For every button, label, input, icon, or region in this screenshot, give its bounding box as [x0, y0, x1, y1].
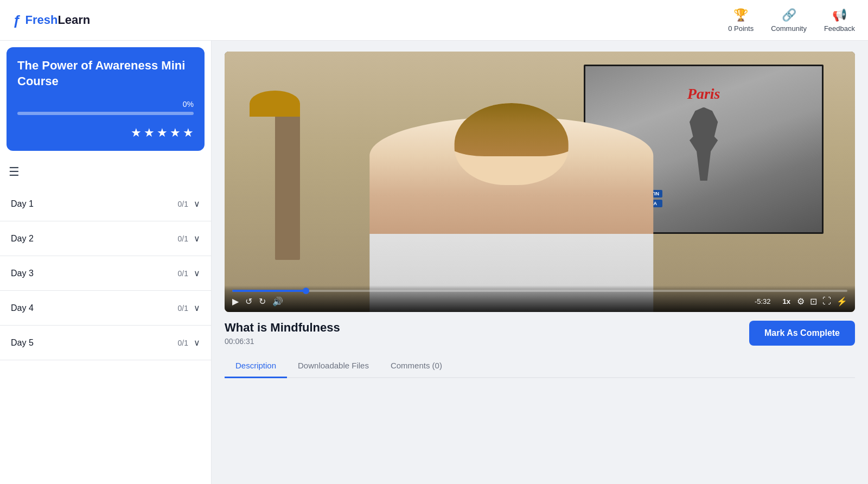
main-layout: The Power of Awareness Mini Course 0% ★ … — [0, 41, 868, 484]
header: ƒ FreshLearn 🏆 0 Points 🔗 Community 📢 Fe… — [0, 0, 868, 41]
video-duration: 00:06:31 — [225, 337, 340, 346]
video-speed[interactable]: 1x — [783, 297, 790, 305]
day-1-chevron-icon: ∨ — [194, 199, 200, 209]
video-progress-track[interactable] — [232, 290, 847, 292]
day-5-right: 0/1 ∨ — [178, 337, 200, 348]
star-1: ★ — [131, 126, 142, 140]
pip-icon[interactable]: ⊡ — [810, 296, 817, 307]
day-item-4[interactable]: Day 4 0/1 ∨ — [0, 291, 211, 326]
logo-learn: Learn — [58, 13, 90, 27]
volume-button[interactable]: 🔊 — [272, 296, 283, 307]
day-3-progress: 0/1 — [178, 269, 188, 278]
day-3-chevron-icon: ∨ — [194, 268, 200, 278]
tab-downloadable-files-label: Downloadable Files — [298, 361, 369, 370]
feedback-icon: 📢 — [832, 8, 847, 22]
day-2-right: 0/1 ∨ — [178, 233, 200, 244]
logo-icon: ƒ — [13, 12, 21, 29]
feedback-action[interactable]: 📢 Feedback — [824, 8, 855, 33]
video-controls: ▶ ↺ ↻ 🔊 -5:32 1x ⚙ ⊡ ⛶ ⚡ — [225, 285, 855, 312]
tabs-row: Description Downloadable Files Comments … — [225, 354, 855, 378]
tab-description[interactable]: Description — [225, 354, 287, 378]
eiffel-shape — [668, 107, 739, 181]
course-title: The Power of Awareness Mini Course — [17, 58, 194, 89]
tab-comments-label: Comments (0) — [391, 361, 442, 370]
hamburger-icon[interactable]: ☰ — [9, 165, 20, 179]
tab-comments[interactable]: Comments (0) — [380, 354, 453, 378]
day-item-2[interactable]: Day 2 0/1 ∨ — [0, 221, 211, 256]
paris-text: Paris — [687, 85, 720, 103]
video-meta: What is Mindfulness 00:06:31 Mark As Com… — [225, 321, 855, 346]
day-4-progress: 0/1 — [178, 304, 188, 313]
day-5-label: Day 5 — [11, 338, 34, 348]
ctrl-right-icons: ⚙ ⊡ ⛶ ⚡ — [797, 296, 847, 307]
settings-icon[interactable]: ⚙ — [797, 296, 805, 307]
sidebar: The Power of Awareness Mini Course 0% ★ … — [0, 41, 212, 484]
lamp-head — [250, 91, 300, 117]
day-5-progress: 0/1 — [178, 339, 188, 347]
fullscreen-icon[interactable]: ⛶ — [822, 296, 831, 307]
content-area: Paris RUE SAINT-MARTIN AVENUE VICTORIA — [212, 41, 868, 484]
trophy-icon: 🏆 — [733, 8, 748, 22]
day-2-chevron-icon: ∨ — [194, 233, 200, 244]
day-3-right: 0/1 ∨ — [178, 268, 200, 278]
tab-description-label: Description — [235, 361, 276, 370]
star-4: ★ — [170, 126, 181, 140]
video-progress-thumb[interactable] — [303, 288, 309, 294]
points-label: 0 Points — [728, 24, 754, 33]
video-info: What is Mindfulness 00:06:31 — [225, 321, 340, 346]
play-button[interactable]: ▶ — [232, 296, 239, 307]
community-label: Community — [771, 24, 807, 33]
lamp-pole — [275, 104, 300, 260]
hamburger-row: ☰ — [0, 157, 211, 187]
day-2-progress: 0/1 — [178, 234, 188, 243]
course-card: The Power of Awareness Mini Course 0% ★ … — [7, 47, 205, 151]
mark-complete-button[interactable]: Mark As Complete — [749, 321, 855, 346]
person-hair — [455, 103, 568, 156]
header-right: 🏆 0 Points 🔗 Community 📢 Feedback — [728, 8, 855, 33]
controls-row: ▶ ↺ ↻ 🔊 -5:32 1x ⚙ ⊡ ⛶ ⚡ — [232, 296, 847, 307]
star-2: ★ — [144, 126, 155, 140]
day-1-progress: 0/1 — [178, 200, 188, 208]
logo-text: FreshLearn — [25, 13, 90, 27]
logo[interactable]: ƒ FreshLearn — [13, 12, 90, 29]
tab-downloadable-files[interactable]: Downloadable Files — [287, 354, 380, 378]
progress-bar-bg — [17, 112, 194, 115]
star-3: ★ — [157, 126, 168, 140]
person-head — [455, 103, 568, 185]
logo-fresh: Fresh — [25, 13, 58, 27]
video-player[interactable]: Paris RUE SAINT-MARTIN AVENUE VICTORIA — [225, 52, 855, 312]
video-time: -5:32 — [755, 297, 771, 305]
video-progress-played — [232, 290, 306, 292]
rewind-button[interactable]: ↺ — [245, 296, 252, 307]
forward-button[interactable]: ↻ — [259, 296, 266, 307]
bolt-icon[interactable]: ⚡ — [837, 296, 847, 307]
day-2-label: Day 2 — [11, 234, 34, 244]
video-title: What is Mindfulness — [225, 321, 340, 335]
progress-row: 0% — [17, 100, 194, 109]
progress-pct: 0% — [183, 100, 194, 109]
day-item-3[interactable]: Day 3 0/1 ∨ — [0, 256, 211, 291]
feedback-label: Feedback — [824, 24, 855, 33]
community-icon: 🔗 — [782, 8, 796, 22]
day-item-5[interactable]: Day 5 0/1 ∨ — [0, 326, 211, 360]
community-action[interactable]: 🔗 Community — [771, 8, 807, 33]
day-4-right: 0/1 ∨ — [178, 303, 200, 313]
day-1-label: Day 1 — [11, 199, 34, 209]
day-4-chevron-icon: ∨ — [194, 303, 200, 313]
stars-row[interactable]: ★ ★ ★ ★ ★ — [17, 126, 194, 140]
star-5: ★ — [183, 126, 194, 140]
day-5-chevron-icon: ∨ — [194, 337, 200, 348]
video-scene: Paris RUE SAINT-MARTIN AVENUE VICTORIA — [225, 52, 855, 312]
day-item-1[interactable]: Day 1 0/1 ∨ — [0, 187, 211, 221]
day-4-label: Day 4 — [11, 303, 34, 313]
day-1-right: 0/1 ∨ — [178, 199, 200, 209]
day-3-label: Day 3 — [11, 269, 34, 278]
person-body — [369, 117, 653, 312]
points-action[interactable]: 🏆 0 Points — [728, 8, 754, 33]
